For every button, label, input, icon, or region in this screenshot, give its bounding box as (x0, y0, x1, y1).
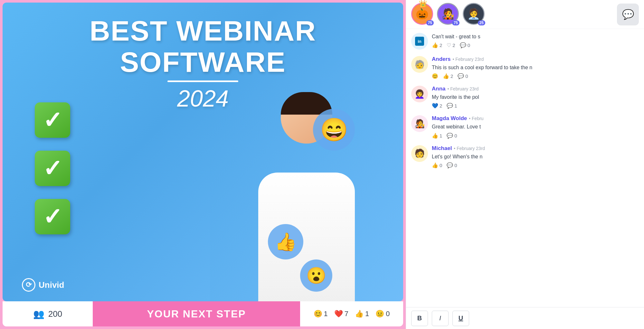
reply-action-1[interactable]: 💬 0 (460, 42, 470, 48)
reply-action-5[interactable]: 💬 0 (447, 162, 457, 168)
heart-action-1[interactable]: ♡ 2 (447, 42, 455, 48)
thumbs-up-icon: 👍 (432, 42, 438, 48)
heart-action-3[interactable]: 💙 2 (432, 103, 442, 109)
cta-button[interactable]: YOUR NEXT STEP (93, 301, 300, 326)
univid-logo-text: Univid (39, 280, 64, 290)
checkbox-1 (35, 102, 70, 138)
title-underline (167, 80, 238, 82)
reaction-heart-count: 7 (345, 310, 348, 318)
comment-body-3: Anna • February 23rd My favorite is the … (432, 86, 639, 109)
thumbs-up-icon: 👍 (443, 73, 449, 79)
comment-actions-5: 👍 0 💬 0 (432, 162, 639, 168)
avatar-3[interactable]: 🧑‍💼 25 (463, 3, 486, 26)
like-action-2[interactable]: 👍 2 (443, 73, 453, 79)
reply-action-2[interactable]: 💬 0 (458, 73, 468, 79)
video-container: BEST WEBINAR SOFTWARE 2024 ⟳ Univid 😄 👍 … (3, 3, 403, 301)
reply-count-4: 0 (454, 133, 457, 138)
comment-text-3: My favorite is the pol (432, 93, 639, 101)
avatar-2[interactable]: 🧑‍🎤 75 (437, 3, 460, 26)
comment-body-5: Michael • February 23rd Let's go! When's… (432, 145, 639, 168)
reply-action-4[interactable]: 💬 0 (447, 133, 457, 139)
chat-icon-button[interactable]: 💬 (617, 4, 639, 25)
video-title-line1: BEST WEBINAR SOFTWARE (22, 15, 384, 78)
reply-icon: 💬 (447, 133, 453, 139)
people-icon: 👥 (33, 309, 44, 319)
video-area: BEST WEBINAR SOFTWARE 2024 ⟳ Univid 😄 👍 … (0, 0, 406, 329)
checkbox-2 (35, 151, 70, 186)
comment-header-4: Magda Wolde • Febru (432, 115, 639, 122)
comments-area[interactable]: in Can't wait - great to s 👍 2 ♡ 2 (406, 29, 644, 307)
comment-actions-4: 👍 1 💬 0 (432, 133, 639, 139)
attendee-section: 👥 200 (3, 309, 93, 319)
comment-text-2: This is such a cool exp forward to take … (432, 64, 639, 71)
like-count-2: 2 (450, 73, 453, 79)
comment-text-4: Great webinar. Love t (432, 123, 639, 130)
heart-icon: 💙 (432, 103, 438, 109)
underline-button[interactable]: U (452, 311, 469, 326)
bottom-bar: 👥 200 YOUR NEXT STEP 😊 1 ❤️ 7 👍 1 (3, 301, 403, 326)
smile-icon: 😊 (432, 73, 438, 79)
smile-action-2[interactable]: 😊 (432, 73, 438, 79)
comment-item: 🧓 Anders • February 23rd This is such a … (411, 56, 639, 79)
video-title-line2: 2024 (22, 85, 384, 112)
reaction-heart-icon: ❤️ (334, 310, 343, 318)
heart-count-3: 2 (440, 103, 442, 108)
reply-icon: 💬 (447, 162, 453, 168)
comment-avatar-magda: 🧑‍🎤 (411, 115, 428, 132)
main-layout: BEST WEBINAR SOFTWARE 2024 ⟳ Univid 😄 👍 … (0, 0, 644, 329)
checkbox-3 (35, 199, 70, 234)
reply-count-2: 0 (465, 73, 468, 79)
reply-action-3[interactable]: 💬 1 (447, 103, 457, 109)
comment-author-5: Michael (432, 145, 452, 152)
like-count-4: 1 (440, 133, 442, 138)
like-action-4[interactable]: 👍 1 (432, 133, 442, 139)
comment-item: 🧑‍🎤 Magda Wolde • Febru Great webinar. L… (411, 115, 639, 138)
reply-count-3: 1 (454, 103, 457, 108)
reaction-thumbs-icon: 👍 (355, 310, 364, 318)
univid-logo-icon: ⟳ (22, 278, 35, 292)
emoji-bubble-smile: 😄 (313, 109, 355, 151)
like-action-1[interactable]: 👍 2 (432, 42, 442, 48)
comment-body-2: Anders • February 23rd This is such a co… (432, 56, 639, 79)
reaction-smile-icon: 😊 (314, 310, 322, 318)
reaction-heart: ❤️ 7 (334, 310, 348, 318)
video-title-block: BEST WEBINAR SOFTWARE 2024 (22, 15, 384, 112)
comment-body-1: Can't wait - great to s 👍 2 ♡ 2 💬 0 (432, 33, 639, 48)
like-action-5[interactable]: 👍 0 (432, 162, 442, 168)
comment-time-3: • February 23rd (448, 86, 479, 91)
comment-author-3: Anna (432, 86, 446, 92)
reaction-thumbs-count: 1 (365, 310, 369, 318)
reaction-neutral: 😐 0 (375, 310, 390, 318)
crown-icon: 👑 (419, 0, 427, 7)
attendee-count-value: 200 (48, 309, 62, 319)
bold-button[interactable]: B (411, 311, 428, 326)
comment-time-2: • February 23rd (453, 57, 484, 62)
avatar-badge-2: 75 (452, 20, 459, 25)
comment-time-4: • Febru (469, 116, 483, 121)
reaction-thumbs: 👍 1 (355, 310, 369, 318)
reaction-neutral-icon: 😐 (375, 310, 384, 318)
like-count-5: 0 (440, 163, 442, 168)
comment-header-3: Anna • February 23rd (432, 86, 639, 92)
right-panel: 👑 🎃 75 🧑‍🎤 75 🧑‍💼 25 💬 in (406, 0, 644, 329)
heart-count-1: 2 (452, 42, 455, 48)
comment-header-2: Anders • February 23rd (432, 56, 639, 62)
avatar-1[interactable]: 👑 🎃 75 (411, 3, 434, 26)
reply-icon: 💬 (447, 103, 453, 109)
reaction-smile-count: 1 (324, 310, 328, 318)
reply-count-5: 0 (454, 163, 457, 168)
comment-avatar-anders: 🧓 (411, 56, 428, 73)
reaction-smile: 😊 1 (314, 310, 328, 318)
reply-icon: 💬 (460, 42, 466, 48)
comment-author-4: Magda Wolde (432, 115, 467, 122)
comment-item: in Can't wait - great to s 👍 2 ♡ 2 (411, 33, 639, 50)
comment-actions-2: 😊 👍 2 💬 0 (432, 73, 639, 79)
comment-avatar-linkedin: in (411, 33, 428, 50)
like-count-1: 2 (440, 42, 442, 48)
comment-avatar-anna: 👩‍🦱 (411, 86, 428, 102)
italic-button[interactable]: I (432, 311, 449, 326)
checkbox-list (35, 102, 70, 234)
comment-actions-1: 👍 2 ♡ 2 💬 0 (432, 42, 639, 48)
comment-item: 👩‍🦱 Anna • February 23rd My favorite is … (411, 86, 639, 109)
heart-icon: ♡ (447, 42, 451, 48)
